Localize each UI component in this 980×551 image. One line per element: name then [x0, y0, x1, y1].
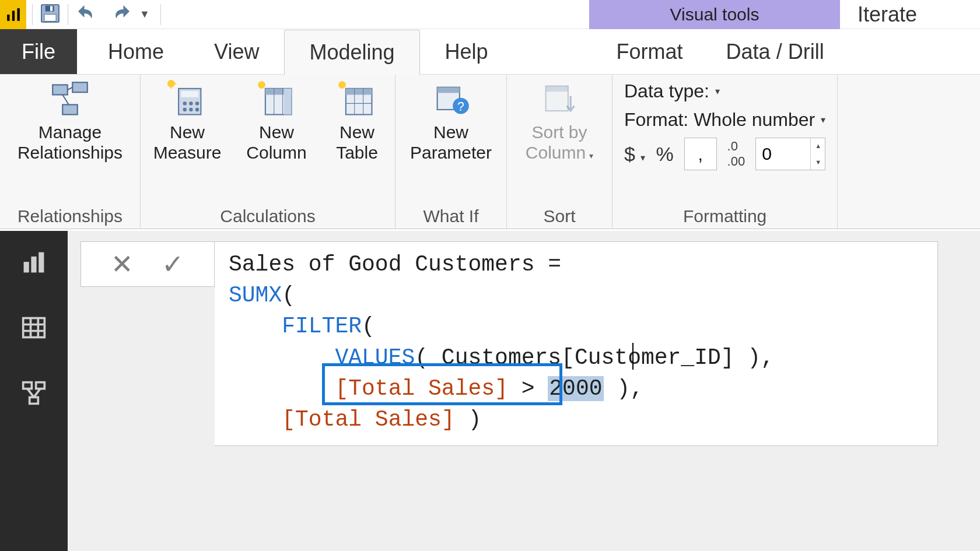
svg-rect-47 — [23, 382, 32, 389]
redo-button[interactable] — [109, 1, 134, 28]
separator — [32, 4, 33, 25]
group-relationships: Manage Relationships Relationships — [0, 75, 141, 229]
svg-rect-6 — [50, 6, 52, 10]
group-label-formatting: Formatting — [624, 206, 825, 226]
new-measure-button[interactable]: New Measure — [146, 79, 228, 163]
commit-formula-button[interactable]: ✓ — [162, 248, 184, 280]
svg-point-15 — [189, 101, 192, 105]
chevron-down-icon: ▾ — [715, 86, 720, 97]
new-column-button[interactable]: New Column — [239, 79, 314, 163]
svg-rect-41 — [39, 253, 43, 272]
save-button[interactable] — [38, 2, 62, 27]
svg-rect-39 — [24, 262, 29, 272]
work-area: Iter ✕ ✓ Sales of Good Customers = SUMX(… — [0, 231, 980, 551]
svg-rect-49 — [30, 397, 38, 403]
formula-editor[interactable]: Sales of Good Customers = SUMX( FILTER( … — [215, 241, 938, 446]
datatype-dropdown[interactable]: Data type: ▾ — [624, 80, 825, 102]
window-title-fragment: Iterate — [858, 0, 917, 29]
sort-icon — [539, 79, 580, 120]
undo-button[interactable] — [74, 1, 99, 28]
ribbon-tabs: File Home View Modeling Help Format Data… — [0, 29, 980, 75]
svg-rect-28 — [346, 89, 372, 95]
svg-point-32 — [338, 81, 346, 89]
save-icon — [38, 2, 62, 25]
new-parameter-icon: ? — [430, 79, 471, 120]
decimals-icon: .0.00 — [727, 139, 746, 169]
svg-rect-42 — [23, 318, 45, 338]
contextual-tab-visual-tools: Visual tools — [589, 0, 840, 29]
svg-rect-34 — [438, 87, 460, 93]
svg-point-16 — [195, 101, 199, 105]
formula-bar: ✕ ✓ Sales of Good Customers = SUMX( FILT… — [80, 241, 938, 446]
new-parameter-button[interactable]: ? New Parameter — [401, 79, 501, 163]
svg-rect-38 — [546, 86, 568, 92]
app-logo — [0, 0, 26, 29]
format-dropdown[interactable]: Format: Whole number ▾ — [624, 109, 825, 131]
group-label-calculations: Calculations — [220, 206, 315, 226]
svg-point-18 — [189, 108, 192, 111]
percent-button[interactable]: % — [656, 143, 673, 166]
group-label-relationships: Relationships — [18, 206, 123, 226]
canvas: Iter ✕ ✓ Sales of Good Customers = SUMX(… — [68, 231, 980, 551]
svg-line-10 — [68, 87, 73, 90]
table-icon — [21, 315, 47, 341]
svg-rect-13 — [181, 91, 198, 97]
view-navigation — [0, 231, 68, 551]
svg-rect-2 — [17, 8, 19, 21]
report-icon — [21, 250, 47, 275]
separator — [160, 4, 161, 25]
new-column-icon — [256, 79, 297, 120]
group-label-sort: Sort — [543, 206, 575, 226]
separator — [68, 4, 68, 25]
svg-point-19 — [195, 108, 199, 111]
redo-icon — [109, 1, 134, 26]
svg-rect-8 — [72, 82, 88, 92]
svg-line-11 — [62, 95, 69, 105]
tab-data-drill[interactable]: Data / Drill — [705, 29, 846, 74]
new-table-icon — [337, 79, 377, 120]
sort-by-column-button[interactable]: Sort by Column▾ — [513, 79, 606, 163]
group-label-whatif: What If — [423, 206, 478, 226]
tab-modeling[interactable]: Modeling — [284, 30, 419, 75]
text-cursor — [632, 343, 634, 370]
chevron-down-icon: ▾ — [821, 114, 825, 125]
svg-point-14 — [183, 101, 187, 105]
svg-rect-40 — [32, 257, 36, 272]
svg-rect-1 — [12, 10, 14, 20]
quick-access-toolbar: ▼ Visual tools Iterate — [0, 0, 980, 29]
svg-text:?: ? — [457, 100, 464, 114]
tab-view[interactable]: View — [189, 29, 284, 74]
svg-line-50 — [27, 389, 34, 398]
tab-format[interactable]: Format — [595, 29, 705, 74]
chevron-down-icon: ▾ — [589, 151, 593, 160]
svg-rect-5 — [46, 5, 54, 11]
report-view-button[interactable] — [19, 247, 49, 278]
group-calculations: New Measure New Column New Table Calcula… — [141, 75, 396, 229]
undo-icon — [74, 1, 99, 26]
svg-rect-9 — [62, 105, 78, 115]
model-view-button[interactable] — [19, 378, 49, 408]
svg-line-51 — [34, 389, 40, 398]
spin-up[interactable]: ▲ — [810, 138, 825, 154]
qat-dropdown[interactable]: ▼ — [139, 8, 150, 20]
new-measure-icon — [167, 79, 208, 120]
svg-rect-0 — [7, 15, 9, 21]
tab-help[interactable]: Help — [420, 29, 513, 74]
svg-rect-4 — [44, 14, 56, 21]
svg-rect-48 — [36, 382, 45, 389]
tab-home[interactable]: Home — [83, 29, 189, 74]
formula-actions: ✕ ✓ — [80, 241, 215, 287]
decimal-places-input[interactable]: ▲▼ — [755, 138, 825, 170]
new-table-button[interactable]: New Table — [325, 79, 389, 163]
group-formatting: Data type: ▾ Format: Whole number ▾ $ ▾ … — [612, 75, 838, 229]
manage-relationships-button[interactable]: Manage Relationships — [6, 79, 134, 163]
cancel-formula-button[interactable]: ✕ — [111, 248, 134, 280]
svg-rect-23 — [284, 89, 292, 115]
comma-button[interactable]: , — [684, 138, 717, 170]
selected-text: 2000 — [548, 376, 603, 401]
ctx-tab-label: Visual tools — [670, 5, 760, 24]
data-view-button[interactable] — [19, 313, 49, 343]
tab-file[interactable]: File — [0, 29, 77, 74]
currency-button[interactable]: $ ▾ — [624, 143, 645, 166]
spin-down[interactable]: ▼ — [810, 154, 825, 170]
